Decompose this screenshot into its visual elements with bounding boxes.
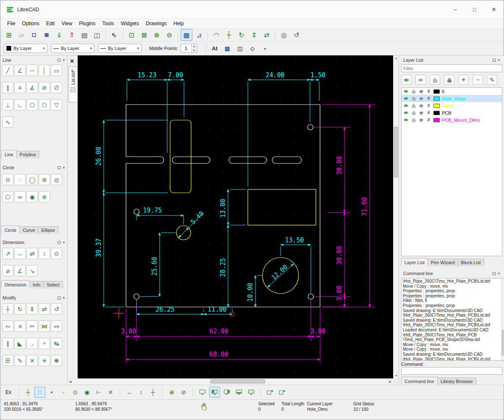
pen-linetype-select[interactable]: — By Layer ▾ [98,44,142,53]
minimize-button[interactable]: – [446,0,465,18]
tool-line-orthogonal[interactable]: ⊥ [2,99,13,110]
document-tab[interactable]: Lid.dxf* [68,66,77,102]
layer-construction-icon[interactable]: # [426,89,431,94]
command-history-scrollbar[interactable] [501,278,504,360]
set-relative-zero-button[interactable]: ⊕ [166,387,177,398]
tool-line-vertical[interactable]: │ [39,65,50,76]
zoom-out-button[interactable]: ⊖ [163,29,175,41]
new-drawing-tab-button[interactable] [265,387,276,398]
tool-line-parallel[interactable]: ≡ [14,82,26,93]
zoom-in-button[interactable]: ⊕ [151,29,163,41]
tab-block-list[interactable]: Block List [458,259,484,266]
add-layer-button[interactable]: ＋ [458,75,469,85]
tool-modify-move-rotate[interactable]: ↺ [51,303,62,315]
tool-dim-radial[interactable]: ⊙ [51,248,62,259]
maximize-button[interactable]: □ [465,0,484,18]
layer-construction-icon[interactable]: # [426,103,431,108]
tool-line-freehand[interactable]: ∿ [2,116,13,128]
tab-layer-list[interactable]: Layer List [401,258,428,266]
tool-circle-center-point[interactable]: ⊙ [2,174,13,185]
layer-print-icon[interactable] [418,117,424,123]
tool-modify-scale[interactable]: ⇕ [26,303,38,315]
tool-line-bisector[interactable]: ∡ [26,82,38,93]
pen-color-select[interactable]: By Layer ▾ [4,44,47,53]
tool-line-horizontal[interactable]: ─ [26,65,38,76]
drawing-canvas[interactable]: 15.23 7.00 24.00 1.50 26.00 39.37 19.75 … [78,55,393,378]
tab-pen-wizard[interactable]: Pen Wizard [428,259,458,266]
snap-on-entity-button[interactable]: ◦ [58,387,69,398]
tool-circle-tangent-three[interactable]: ⊛ [39,191,50,202]
export-pdf-button[interactable]: ⇑ [66,29,78,41]
layer-print-icon[interactable] [418,89,424,94]
menu-widgets[interactable]: Widgets [118,19,142,28]
tool-dim-aligned[interactable]: ⇗ [2,248,13,259]
tool-circle-concentric[interactable]: ◎ [51,174,62,185]
tab-curve[interactable]: Curve [19,226,38,234]
tool-modify-trim[interactable]: ✂ [26,320,38,332]
circle-dock-float-icon[interactable] [58,166,60,169]
command-history-thumb[interactable] [502,330,504,355]
select-entity-button[interactable]: ⇖ [108,29,120,41]
layer-row-hole-dims[interactable]: # Hole_Dims [402,95,502,102]
restrict-vertical-button[interactable]: ↕ [136,387,147,398]
tab-info[interactable]: Info [29,281,44,289]
layer-row-0[interactable]: # 0 [402,88,502,95]
tool-dim-angular[interactable]: ∠ [14,265,26,276]
layer-row-pcb-mount-dims[interactable]: # PCB_Mount_Dims [402,116,502,123]
menu-edit[interactable]: Edit [43,19,58,28]
layer-print-icon[interactable] [418,110,424,116]
line-dock-float-icon[interactable] [58,59,60,62]
layer-print-icon[interactable] [418,96,424,101]
mirror-button[interactable]: ⇄ [261,29,273,41]
tool-modify-lengthen[interactable]: ↦ [51,320,62,332]
menu-tools[interactable]: Tools [99,19,118,28]
export-image-button[interactable]: ⇓ [53,29,65,41]
modify-dock-float-icon[interactable] [58,297,60,299]
spinner-up-icon[interactable]: ▴ [192,44,197,48]
menu-help[interactable]: Help [170,19,187,28]
tool-modify-rotate[interactable]: ↻ [14,303,26,315]
rotate-button[interactable]: ↻ [236,29,247,41]
toggle-fullscreen-button[interactable] [246,387,257,398]
tool-dim-diametric[interactable]: ⌀ [2,265,13,276]
middle-points-spinner[interactable]: ▴ ▾ [181,44,197,53]
snap-middle-button[interactable]: ◉ [81,387,92,398]
layer-lock-icon[interactable] [411,89,416,94]
insert-image-button[interactable]: ◫ [234,42,246,54]
snap-endpoint-button[interactable]: • [46,387,57,398]
command-history[interactable]: \Hot_Plate_260C\Tims_Hot_Plate_PCB\Lid.d… [401,278,504,361]
tool-modify-move-copy[interactable]: ┼ [2,303,13,315]
restrict-orthogonal-button[interactable]: ┼ [147,387,158,398]
middle-points-input[interactable] [181,44,191,52]
close-document-icon[interactable]: ✕ [70,58,74,64]
snap-center-button[interactable]: ⊙ [70,387,81,398]
mtext-button[interactable]: AI [209,42,220,54]
layer-visible-icon[interactable] [403,96,409,101]
lock-relative-zero-button[interactable]: ⊘ [178,387,189,398]
layer-lock-icon[interactable] [411,117,416,123]
scale-button[interactable]: ⇕ [248,29,260,41]
new-document-button[interactable]: ⊞ [3,29,15,41]
tool-polygon-center-corner[interactable]: ⬠ [26,99,38,110]
edit-layer-button[interactable]: ✎ [487,75,497,85]
tool-dim-horizontal[interactable]: ⇄ [26,248,38,259]
close-button[interactable]: ✕ [484,0,504,18]
round-corner-button[interactable]: ◠ [210,29,222,41]
layer-construction-icon[interactable]: # [426,117,431,123]
grid-toggle-button[interactable]: ▦ [181,29,192,41]
tab-line[interactable]: Line [1,150,17,158]
tool-modify-offset[interactable]: ∥ [2,338,13,349]
menu-file[interactable]: File [4,19,18,28]
zoom-auto-button[interactable]: ⊠ [138,29,150,41]
tool-line-two-points[interactable]: ╱ [2,65,13,76]
scroll-left-icon[interactable]: ◀ [68,379,73,384]
scroll-right-icon[interactable]: ▶ [388,379,393,384]
tool-modify-explode[interactable]: ❋ [51,355,62,366]
line-dock-close-icon[interactable]: × [63,58,65,62]
tool-polygon-corner-corner[interactable]: ▽ [51,99,62,110]
tool-circle-tangent-two[interactable]: ◉ [26,191,38,202]
tool-line-parallel-through-point[interactable]: ∥ [2,82,13,93]
restrict-horizontal-button[interactable]: ↔ [124,387,135,398]
tool-modify-delete[interactable]: ✕ [26,355,38,366]
tab-library-browser[interactable]: Library Browser [437,378,476,385]
